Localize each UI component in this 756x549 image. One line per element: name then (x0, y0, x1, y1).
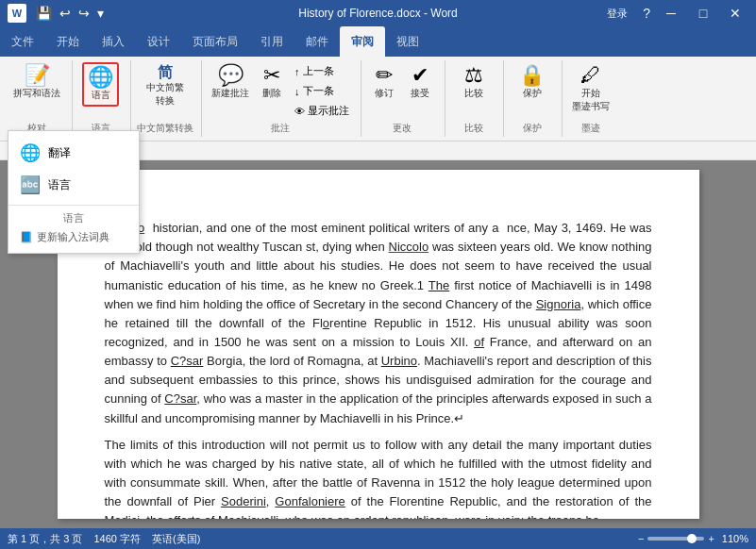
zoom-in-btn[interactable]: + (708, 533, 714, 544)
zoom-out-btn[interactable]: − (638, 533, 644, 544)
ink-group-label: 墨迹 (568, 122, 613, 135)
group-chinese-convert: 简 中文简繁转换 中文简繁转换 (133, 60, 202, 137)
minimize-btn[interactable]: ─ (658, 0, 684, 26)
document-page[interactable]: Histo Niccolo historian, and one of the … (58, 170, 699, 519)
zoom-bar[interactable]: − + (638, 533, 714, 544)
tab-design[interactable]: 设计 (136, 26, 181, 57)
compare-buttons: ⚖ 比较 (457, 62, 491, 120)
quick-access-toolbar: 💾 ↩ ↪ ▾ (34, 4, 106, 23)
chinese-convert-label: 中文简繁转换 (146, 81, 184, 108)
next-comment-btn[interactable]: ↓ 下一条 (291, 82, 353, 100)
comment-nav-col: ↑ 上一条 ↓ 下一条 👁 显示批注 (291, 62, 353, 120)
status-bar: 第 1 页，共 3 页 1460 字符 英语(美国) − + 110% (0, 528, 756, 549)
new-comment-label: 新建批注 (211, 87, 249, 100)
group-proofing: 📝 拼写和语法 校对 (6, 60, 73, 137)
title-bar: W 💾 ↩ ↪ ▾ History of Florence.docx - Wor… (0, 0, 756, 26)
update-ime-item[interactable]: 📘 更新输入法词典 (8, 227, 139, 247)
ribbon-content: 📝 拼写和语法 校对 🌐 语言 语言 简 中文简繁转换 (0, 57, 756, 141)
accept-label: 接受 (411, 87, 429, 100)
chinese-convert-btn[interactable]: 简 中文简繁转换 (143, 62, 188, 110)
ink-icon: 🖊 (580, 65, 601, 86)
new-comment-icon: 💬 (218, 65, 244, 86)
word-logo: W (8, 4, 26, 23)
delete-comment-btn[interactable]: ✂ 删除 (255, 62, 289, 103)
save-quick-btn[interactable]: 💾 (34, 4, 54, 23)
translate-label: 翻译 (48, 145, 71, 161)
niccolo2-text: Niccolo (389, 240, 429, 254)
language-buttons: 🌐 语言 (82, 62, 119, 120)
title-bar-title: History of Florence.docx - Word (298, 7, 458, 20)
tab-review[interactable]: 审阅 (340, 26, 385, 57)
language-item-icon: 🔤 (20, 175, 41, 195)
show-comments-label: 显示批注 (308, 104, 349, 118)
language-indicator: 英语(美国) (152, 532, 200, 546)
next-comment-label: 下一条 (303, 84, 334, 98)
word-count: 1460 字符 (93, 532, 141, 546)
tab-references[interactable]: 引用 (249, 26, 294, 57)
comments-buttons: 💬 新建批注 ✂ 删除 ↑ 上一条 ↓ 下一条 (208, 62, 353, 120)
group-language: 🌐 语言 语言 (75, 60, 131, 137)
language-icon: 🌐 (88, 67, 113, 88)
language-label: 语言 (92, 89, 110, 102)
translate-item[interactable]: 🌐 翻译 (8, 137, 139, 169)
ribbon-tabs: 文件 开始 插入 设计 页面布局 引用 邮件 审阅 视图 (0, 26, 756, 57)
tab-view[interactable]: 视图 (385, 26, 430, 57)
urbino-text: Urbino (381, 354, 417, 368)
comments-group-label: 批注 (208, 122, 353, 135)
status-left: 第 1 页，共 3 页 1460 字符 英语(美国) (8, 532, 200, 546)
tab-mailings[interactable]: 邮件 (294, 26, 340, 57)
spelling-icon: 📝 (25, 65, 50, 86)
spelling-grammar-btn[interactable]: 📝 拼写和语法 (9, 62, 64, 103)
new-comment-btn[interactable]: 💬 新建批注 (208, 62, 253, 103)
track-changes-icon: ✏ (376, 65, 393, 86)
help-btn[interactable]: ? (641, 4, 652, 23)
update-ime-label: 更新输入法词典 (37, 230, 109, 244)
update-ime-icon: 📘 (20, 231, 33, 243)
show-comments-btn[interactable]: 👁 显示批注 (291, 102, 353, 120)
florentine-text: o (323, 316, 329, 330)
protect-group-label: 保护 (510, 122, 554, 135)
group-comments: 💬 新建批注 ✂ 删除 ↑ 上一条 ↓ 下一条 (204, 60, 361, 137)
language-btn[interactable]: 🌐 语言 (82, 62, 119, 107)
start-inking-btn[interactable]: 🖊 开始墨迹书写 (568, 62, 613, 116)
tab-file[interactable]: 文件 (0, 26, 45, 57)
redo-quick-btn[interactable]: ↪ (76, 4, 92, 23)
customize-quick-btn[interactable]: ▾ (95, 4, 106, 23)
protect-label: 保护 (523, 87, 542, 100)
tab-layout[interactable]: 页面布局 (181, 26, 249, 57)
cesar2-text: C?sar (164, 391, 196, 406)
signoria-text: Signoria (536, 297, 581, 311)
protect-btn[interactable]: 🔒 保护 (515, 62, 549, 103)
language-item[interactable]: 🔤 语言 (8, 169, 139, 201)
zoom-thumb[interactable] (687, 534, 697, 543)
compare-icon: ⚖ (464, 65, 483, 86)
dropdown-divider (8, 205, 139, 206)
login-button[interactable]: 登录 (599, 5, 635, 23)
chinese-convert-icon: 简 (158, 65, 173, 80)
undo-quick-btn[interactable]: ↩ (58, 4, 73, 23)
prev-comment-btn[interactable]: ↑ 上一条 (291, 62, 353, 80)
protect-buttons: 🔒 保护 (515, 62, 549, 120)
changes-buttons: ✏ 修订 ✔ 接受 (367, 62, 437, 120)
title-bar-controls: 登录 ? ─ □ ✕ (599, 0, 748, 26)
zoom-slider[interactable] (647, 537, 704, 541)
maximize-btn[interactable]: □ (690, 0, 716, 26)
accept-icon: ✔ (412, 65, 428, 86)
group-changes: ✏ 修订 ✔ 接受 更改 (363, 60, 445, 137)
ink-label: 开始墨迹书写 (572, 87, 610, 113)
page-count: 第 1 页，共 3 页 (8, 532, 82, 546)
track-changes-btn[interactable]: ✏ 修订 (367, 62, 401, 103)
chinese-convert-buttons: 简 中文简繁转换 (143, 62, 188, 120)
next-comment-icon: ↓ (294, 86, 300, 97)
translate-icon: 🌐 (20, 142, 41, 163)
of-text: of (474, 335, 484, 349)
tab-insert[interactable]: 插入 (91, 26, 136, 57)
accept-btn[interactable]: ✔ 接受 (403, 62, 437, 103)
close-btn[interactable]: ✕ (722, 0, 748, 26)
soderini-text: Soderini (221, 494, 266, 508)
group-protect: 🔒 保护 保护 (506, 60, 563, 137)
compare-btn[interactable]: ⚖ 比较 (457, 62, 491, 103)
zoom-percent: 110% (722, 533, 748, 544)
ink-buttons: 🖊 开始墨迹书写 (568, 62, 613, 120)
tab-home[interactable]: 开始 (45, 26, 91, 57)
